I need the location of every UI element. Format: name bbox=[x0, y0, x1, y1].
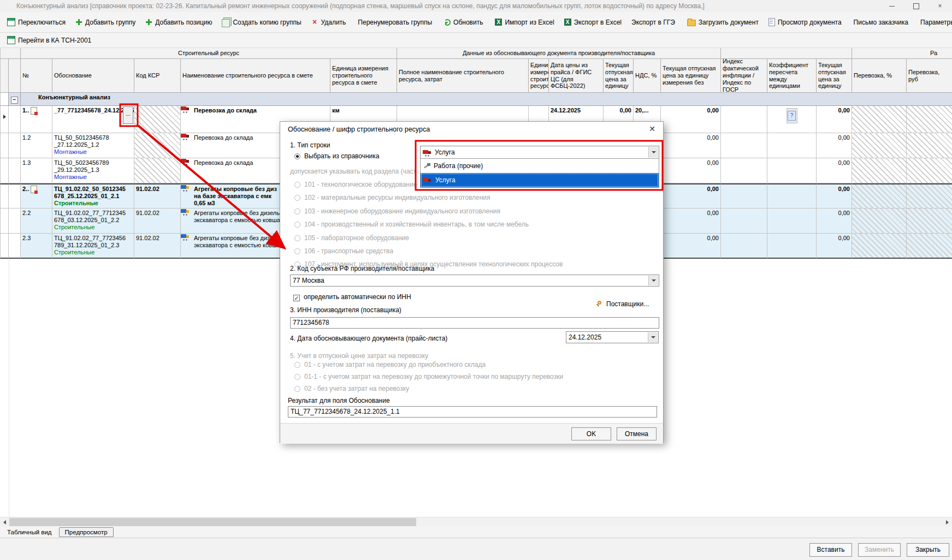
insert-button[interactable]: Вставить bbox=[809, 543, 852, 557]
toolbar-button-3[interactable]: Создать копию группы bbox=[217, 15, 306, 29]
cell-obosnovanie[interactable]: ТЦ_50_5023456789_29.12.2025_1.3Монтажные bbox=[52, 158, 134, 183]
group-row[interactable]: −Конъюнктурный анализ bbox=[0, 93, 952, 106]
cell-price-per-unit[interactable]: 0,00 bbox=[817, 208, 852, 234]
cell-inflation-index[interactable] bbox=[721, 234, 767, 259]
combobox-dropdown-button[interactable] bbox=[648, 276, 658, 285]
ellipsis-button[interactable]: ... bbox=[123, 106, 133, 124]
cell-kod-ksr[interactable]: 91.02.02 bbox=[134, 234, 181, 259]
cell-transport-rub[interactable] bbox=[907, 133, 952, 158]
toolbar-button-10[interactable]: Загрузить документ bbox=[682, 15, 764, 29]
cell-transport-pct[interactable] bbox=[852, 208, 907, 234]
cell-obosnovanie[interactable]: ТЦ_91.02.02_50_5012345678_25.12.2025_01_… bbox=[52, 183, 134, 208]
cell-obosnovanie[interactable]: ТЦ_91.02.02_77_7723456789_31.12.2025_01_… bbox=[52, 234, 134, 259]
transport-option[interactable]: 02 - без учета затрат на перевозку bbox=[294, 385, 409, 392]
auto-detect-checkbox[interactable]: ✓определить автоматически по ИНН bbox=[293, 293, 411, 301]
toolbar-button-2[interactable]: Добавить позицию bbox=[140, 15, 217, 29]
cell-inflation-index[interactable] bbox=[721, 183, 767, 208]
toolbar-button-7[interactable]: Импорт из Excel bbox=[490, 15, 559, 29]
radio-select-from-directory[interactable]: Выбрать из справочника bbox=[294, 152, 379, 160]
toolbar-button-6[interactable]: Обновить bbox=[439, 15, 488, 29]
toolbar-button-0[interactable]: Перейти в КА ТСН-2001 bbox=[2, 33, 96, 47]
collapse-icon[interactable]: − bbox=[11, 97, 18, 104]
cell-price-no-vat[interactable]: 0,00 bbox=[661, 133, 721, 158]
tab-table-view[interactable]: Табличный вид bbox=[2, 528, 57, 537]
cell-transport-pct[interactable] bbox=[852, 133, 907, 158]
cell-obosnovanie[interactable]: ТЦ_50_5012345678_27.12.2025_1.2Монтажные bbox=[52, 133, 134, 158]
cell-kod-ksr[interactable]: 91.02.02 bbox=[134, 183, 181, 208]
resource-type-option[interactable]: 106 - транспортные средства bbox=[294, 247, 393, 255]
ok-button[interactable]: OK bbox=[571, 427, 611, 440]
cell-price-no-vat[interactable]: 0,00 bbox=[661, 208, 721, 234]
tab-preview[interactable]: Предпросмотр bbox=[59, 527, 114, 537]
resource-type-option[interactable]: 104 - производственный и хозяйственный и… bbox=[294, 221, 529, 228]
toolbar-button-4[interactable]: Удалить bbox=[306, 15, 351, 29]
cell-kod-ksr[interactable]: 91.02.02 bbox=[134, 208, 181, 234]
toolbar-button-12[interactable]: Письмо заказчика bbox=[849, 15, 913, 29]
transport-option[interactable]: 01-1 - с учетом затрат на перевозку до п… bbox=[294, 373, 563, 380]
cell-num[interactable]: 2.2 bbox=[21, 208, 52, 234]
toolbar-button-0[interactable]: Переключиться bbox=[2, 15, 70, 29]
cell-kod-ksr[interactable] bbox=[134, 133, 181, 158]
cell-inflation-index[interactable] bbox=[721, 133, 767, 158]
cell-kod-ksr[interactable] bbox=[134, 106, 181, 133]
inn-input[interactable]: 7712345678 bbox=[290, 317, 659, 329]
cell-obosnovanie[interactable]: ТЦ_91.02.02_77_7712345678_03.12.2025_01_… bbox=[52, 208, 134, 234]
resource-type-option[interactable]: 101 - технологическое оборудование bbox=[294, 181, 417, 188]
cell-conversion-coef[interactable] bbox=[767, 158, 817, 183]
cell-obosnovanie[interactable]: _77_7712345678_24.12.2025_1.1... bbox=[52, 106, 134, 133]
resource-type-option[interactable]: 103 - инженерное оборудование индивидуал… bbox=[294, 207, 500, 215]
close-button[interactable]: Закрыть bbox=[907, 543, 949, 557]
cell-transport-pct[interactable] bbox=[852, 106, 907, 133]
cell-kod-ksr[interactable] bbox=[134, 158, 181, 183]
help-button[interactable]: ? bbox=[788, 111, 796, 121]
cell-inflation-index[interactable] bbox=[721, 208, 767, 234]
cell-transport-rub[interactable] bbox=[907, 234, 952, 259]
combobox-dropdown-button[interactable] bbox=[648, 332, 658, 342]
cell-price-per-unit[interactable]: 0,00 bbox=[817, 158, 852, 183]
toolbar-button-5[interactable]: Перенумеровать группы bbox=[353, 15, 437, 29]
cell-transport-pct[interactable] bbox=[852, 158, 907, 183]
cell-num[interactable]: 1.. bbox=[21, 106, 52, 133]
dropdown-item[interactable]: Работа (прочие) bbox=[421, 159, 659, 173]
cell-price-per-unit[interactable]: 0,00 bbox=[817, 133, 852, 158]
cell-transport-pct[interactable] bbox=[852, 183, 907, 208]
dropdown-item[interactable]: Услуга bbox=[421, 173, 659, 187]
cell-num[interactable]: 1.3 bbox=[21, 158, 52, 183]
scroll-right-arrow-icon[interactable] bbox=[943, 517, 952, 527]
cell-price-per-unit[interactable]: 0,00 bbox=[817, 234, 852, 259]
cell-transport-rub[interactable] bbox=[907, 158, 952, 183]
cell-conversion-coef[interactable] bbox=[767, 133, 817, 158]
dialog-close-icon[interactable]: ✕ bbox=[646, 124, 659, 134]
cell-price-no-vat[interactable]: 0,00 bbox=[661, 183, 721, 208]
toolbar-button-8[interactable]: Экспорт в Excel bbox=[559, 15, 626, 29]
cell-transport-rub[interactable] bbox=[907, 183, 952, 208]
combobox-dropdown-button[interactable] bbox=[648, 147, 658, 158]
cell-price-no-vat[interactable]: 0,00 bbox=[661, 158, 721, 183]
cell-price-no-vat[interactable]: 0,00 bbox=[661, 234, 721, 259]
cell-transport-rub[interactable] bbox=[907, 208, 952, 234]
cell-num[interactable]: 1.2 bbox=[21, 133, 52, 158]
cancel-button[interactable]: Отмена bbox=[617, 427, 657, 440]
cell-price-per-unit[interactable]: 0,00 bbox=[817, 106, 852, 133]
cell-num[interactable]: 2.3 bbox=[21, 234, 52, 259]
cell-price-no-vat[interactable]: 0,00 bbox=[661, 106, 721, 133]
row-type-combobox[interactable]: Услуга bbox=[420, 146, 659, 159]
transport-option[interactable]: 01 - с учетом затрат на перевозку до при… bbox=[294, 361, 486, 368]
toolbar-button-13[interactable]: Параметры bbox=[915, 15, 952, 29]
result-input[interactable]: ТЦ_77_7712345678_24.12.2025_1.1 bbox=[288, 406, 657, 418]
resource-type-option[interactable]: 105 - лабораторное оборудование bbox=[294, 234, 409, 242]
cell-conversion-coef[interactable] bbox=[767, 183, 817, 208]
suppliers-button[interactable]: Поставщики... bbox=[596, 300, 649, 308]
cell-transport-pct[interactable] bbox=[852, 234, 907, 259]
cell-conversion-coef[interactable] bbox=[767, 208, 817, 234]
cell-price-per-unit[interactable]: 0,00 bbox=[817, 183, 852, 208]
cell-conversion-coef[interactable]: ? bbox=[767, 106, 817, 133]
cell-transport-rub[interactable] bbox=[907, 106, 952, 133]
toolbar-button-9[interactable]: Экспорт в ГГЭ bbox=[626, 15, 680, 29]
close-button[interactable]: × bbox=[928, 0, 952, 12]
resource-type-option[interactable]: 102 - материальные ресурсы индивидуально… bbox=[294, 194, 490, 201]
cell-inflation-index[interactable] bbox=[721, 158, 767, 183]
horizontal-scrollbar[interactable] bbox=[0, 517, 952, 526]
collapse-cell[interactable]: − bbox=[9, 93, 21, 106]
region-combobox[interactable]: 77 Москва bbox=[290, 275, 659, 287]
